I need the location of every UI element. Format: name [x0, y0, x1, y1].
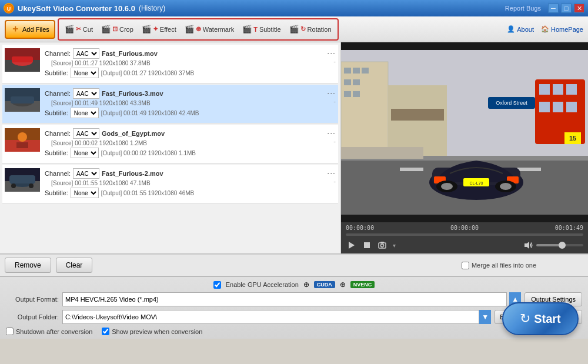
time-start: 00:00:00 — [346, 225, 374, 231]
snapshot-arrow[interactable]: ▾ — [392, 241, 397, 250]
title-bar-right: Report Bugs ─ □ ✕ — [505, 4, 584, 13]
file-source-4: [Source] 00:01:55 1920x1080 47.1MB — [45, 180, 327, 186]
preview-option: Show preview when conversion — [102, 328, 202, 335]
time-current: 00:00:00 — [450, 225, 479, 231]
cut-button[interactable]: 🎬 ✂ Cut — [61, 21, 96, 38]
file-name-3: Gods_of_Egypt.mov — [102, 130, 165, 137]
file-output-4: [Output] 00:01:55 1920x1080 46MB — [101, 190, 194, 196]
file-item-1[interactable]: Channel: AACMP3 Fast_Furious.mov [Source… — [2, 45, 338, 84]
channel-select-3[interactable]: AACMP3 — [73, 128, 99, 139]
file-item-4[interactable]: Channel: AACMP3 Fast_Furious-2.mov [Sour… — [2, 165, 338, 203]
file-output-2: [Output] 00:01:49 1920x1080 42.4MB — [101, 110, 199, 116]
progress-bar[interactable] — [346, 233, 583, 236]
file-list-panel[interactable]: Channel: AACMP3 Fast_Furious.mov [Source… — [0, 42, 341, 253]
start-button[interactable]: ↻ Start — [502, 302, 579, 335]
svg-rect-25 — [362, 68, 369, 74]
svg-rect-28 — [344, 91, 351, 97]
maximize-button[interactable]: □ — [561, 4, 572, 13]
file-name-4: Fast_Furious-2.mov — [102, 170, 163, 177]
file-info-4: Channel: AACMP3 Fast_Furious-2.mov [Sour… — [45, 168, 327, 199]
file-source-1: [Source] 00:01:27 1920x1080 37.8MB — [45, 60, 327, 66]
file-thumb-3 — [5, 128, 40, 152]
format-combo[interactable]: MP4 HEVC/H.265 Video (*.mp4) — [62, 292, 507, 306]
file-source-2: [Source] 00:01:49 1920x1080 43.3MB — [45, 100, 327, 106]
subtitle-select-3[interactable]: None — [71, 148, 99, 158]
film-rotation-icon: 🎬 — [289, 25, 299, 34]
app-icon: U — [4, 3, 14, 14]
subtitle-select-2[interactable]: None — [71, 108, 99, 118]
merge-checkbox[interactable] — [462, 262, 469, 269]
subtitle-select-4[interactable]: None — [71, 188, 99, 198]
play-button[interactable] — [346, 239, 358, 251]
shutdown-label: Shutdown after conversion — [16, 328, 92, 335]
file-output-3: [Output] 00:00:02 1920x1080 1.1MB — [101, 150, 196, 156]
remove-button[interactable]: Remove — [5, 258, 51, 273]
clear-button[interactable]: Clear — [56, 258, 93, 273]
file-item-2[interactable]: Channel: AACMP3 Fast_Furious-3.mov [Sour… — [2, 85, 338, 123]
about-link[interactable]: 👤 About — [507, 25, 534, 33]
format-value: MP4 HEVC/H.265 Video (*.mp4) — [65, 296, 159, 303]
svg-rect-61 — [364, 242, 370, 248]
gpu-checkbox[interactable] — [213, 281, 221, 289]
stop-button[interactable] — [361, 239, 373, 251]
svg-marker-65 — [524, 242, 529, 249]
minimize-button[interactable]: ─ — [548, 4, 559, 13]
film-subtitle-icon: 🎬 — [242, 25, 252, 34]
effect-button[interactable]: 🎬 ✦ Effect — [138, 21, 180, 38]
film-effect-icon: 🎬 — [142, 25, 151, 34]
file-menu-2[interactable]: ··· — [327, 88, 336, 98]
nvenc-icon: ⊕ — [340, 280, 346, 289]
merge-text: Merge all files into one — [472, 262, 536, 269]
preview-conversion-label: Show preview when conversion — [112, 328, 202, 335]
add-icon: ＋ — [11, 23, 20, 35]
subtitle-label: Subtitle — [259, 26, 281, 33]
report-bugs-link[interactable]: Report Bugs — [505, 5, 541, 12]
channel-select-4[interactable]: AACMP3 — [73, 168, 99, 179]
film-crop-icon: 🎬 — [101, 25, 111, 34]
rotation-button[interactable]: 🎬 ↻ Rotation — [286, 21, 335, 38]
cut-label: Cut — [83, 26, 93, 33]
subtitle-button[interactable]: 🎬 T Subtitle — [239, 21, 284, 38]
channel-select-1[interactable]: AACMP3 — [73, 48, 99, 59]
close-button[interactable]: ✕ — [574, 4, 584, 13]
crop-button[interactable]: 🎬 ⊡ Crop — [98, 21, 137, 38]
subtitle-select-1[interactable]: None — [71, 68, 99, 78]
watermark-button[interactable]: 🎬 ⊛ Watermark — [181, 21, 238, 38]
start-button-wrapper: ↻ Start — [502, 302, 579, 335]
folder-input[interactable] — [62, 310, 479, 324]
preview-checkbox[interactable] — [102, 328, 109, 335]
svg-rect-9 — [11, 96, 34, 103]
file-menu-4[interactable]: ··· — [327, 168, 336, 178]
snapshot-button[interactable] — [376, 239, 388, 251]
add-files-button[interactable]: ＋ Add Files — [5, 20, 55, 39]
homepage-label: HomePage — [551, 26, 583, 33]
channel-select-2[interactable]: AACMP3 — [73, 88, 99, 99]
homepage-link[interactable]: 🏠 HomePage — [541, 25, 583, 33]
file-menu-3[interactable]: ··· — [327, 128, 336, 138]
svg-rect-27 — [353, 79, 360, 85]
svg-rect-26 — [344, 79, 351, 85]
file-thumb-1 — [5, 48, 40, 72]
playback-controls: ▾ — [346, 239, 583, 251]
effect-label: Effect — [160, 26, 176, 33]
svg-rect-29 — [353, 91, 360, 97]
time-bar: 00:00:00 00:00:00 00:01:49 — [346, 225, 583, 231]
about-icon: 👤 — [507, 25, 515, 33]
options-row: Shutdown after conversion Show preview w… — [6, 328, 582, 335]
output-area: Enable GPU Acceleration ⊕ CUDA ⊕ NVENC O… — [0, 276, 588, 339]
gpu-label: Enable GPU Acceleration — [226, 281, 299, 288]
shutdown-checkbox[interactable] — [6, 328, 14, 335]
file-actions-3: ··· - — [327, 128, 336, 145]
file-actions-4: ··· - — [327, 168, 336, 185]
volume-slider[interactable] — [536, 244, 583, 246]
file-info-2: Channel: AACMP3 Fast_Furious-3.mov [Sour… — [45, 88, 327, 119]
volume-button[interactable] — [522, 239, 534, 251]
svg-marker-60 — [349, 242, 355, 249]
film-cut-icon: 🎬 — [65, 25, 74, 34]
file-menu-1[interactable]: ··· — [327, 48, 336, 58]
svg-point-56 — [500, 183, 512, 190]
home-icon: 🏠 — [541, 25, 549, 33]
file-item-3[interactable]: Channel: AACMP3 Gods_of_Egypt.mov [Sourc… — [2, 125, 338, 163]
folder-arrow[interactable]: ▼ — [479, 310, 491, 324]
file-thumb-4 — [5, 168, 40, 192]
